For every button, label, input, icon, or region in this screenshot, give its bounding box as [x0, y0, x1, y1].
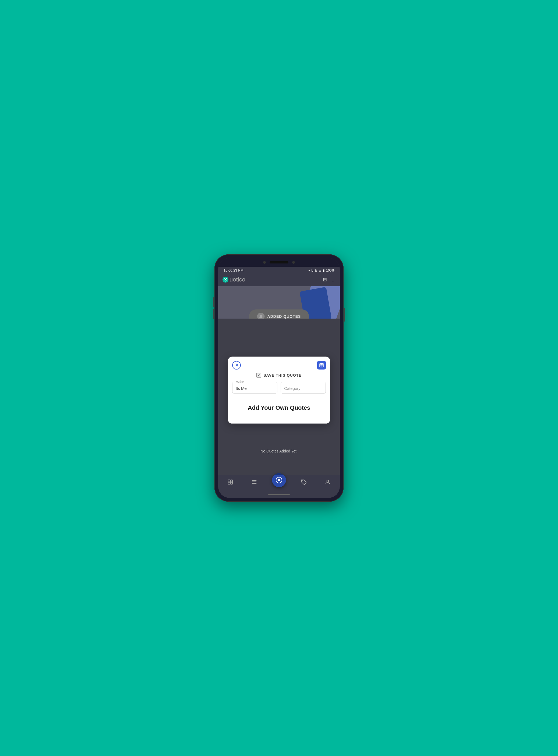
- home-center-icon: [276, 477, 282, 484]
- svg-rect-4: [321, 363, 323, 364]
- author-input[interactable]: [232, 382, 277, 393]
- battery-label: 100%: [326, 269, 334, 272]
- svg-rect-10: [231, 482, 232, 484]
- status-time: 10:00:23 PM: [224, 268, 244, 272]
- added-quotes-label: ADDED QUOTES: [268, 314, 301, 319]
- author-field-label: Author: [235, 380, 246, 383]
- save-quote-row: ✓ SAVE THIS QUOTE: [232, 373, 326, 377]
- more-options-icon[interactable]: ⋮: [331, 277, 335, 282]
- sensor: [292, 261, 295, 264]
- save-quote-label: SAVE THIS QUOTE: [263, 373, 302, 377]
- svg-point-1: [225, 279, 226, 280]
- home-indicator: [268, 494, 290, 495]
- user-icon: [257, 313, 265, 319]
- input-row: Author: [232, 382, 326, 393]
- nav-home-center[interactable]: [272, 473, 286, 487]
- status-icons: ▾ LTE ▲ ▮ 100%: [308, 269, 334, 272]
- save-disk-icon: [319, 363, 324, 368]
- nav-grid[interactable]: [224, 478, 236, 486]
- added-quotes-button[interactable]: ADDED QUOTES: [249, 309, 309, 319]
- nav-tag[interactable]: [298, 478, 310, 486]
- front-camera: [263, 261, 266, 264]
- close-icon: ✕: [235, 363, 238, 368]
- svg-rect-7: [228, 480, 230, 482]
- svg-point-16: [302, 480, 303, 481]
- svg-point-15: [278, 479, 280, 481]
- category-input[interactable]: [281, 382, 326, 393]
- grid-icon: [227, 479, 233, 485]
- bottom-nav: [218, 475, 340, 491]
- profile-icon: [325, 479, 331, 485]
- nav-profile[interactable]: [322, 478, 334, 486]
- save-checkbox[interactable]: ✓: [256, 373, 261, 377]
- phone-frame: 10:00:23 PM ▾ LTE ▲ ▮ 100% uotico: [214, 254, 344, 502]
- list-icon: [251, 479, 257, 485]
- network-label: LTE: [311, 269, 317, 272]
- svg-point-17: [327, 480, 329, 482]
- svg-rect-8: [231, 480, 232, 482]
- earpiece: [270, 261, 288, 264]
- svg-rect-12: [252, 482, 257, 482]
- svg-rect-9: [228, 482, 230, 484]
- svg-rect-11: [252, 480, 257, 481]
- nav-list[interactable]: [248, 478, 260, 486]
- svg-rect-13: [252, 483, 257, 484]
- app-header: uotico ⊞ ⋮: [218, 274, 340, 286]
- phone-notch: [218, 258, 340, 267]
- header-actions: ⊞ ⋮: [323, 277, 335, 282]
- add-note-icon[interactable]: ⊞: [323, 277, 327, 282]
- volume-buttons: [213, 297, 214, 319]
- dialog-header: ✕: [232, 361, 326, 370]
- author-field-wrap: Author: [232, 382, 277, 393]
- signal-icon: ▲: [318, 269, 322, 272]
- save-button[interactable]: [317, 361, 326, 370]
- empty-state-text: No Quotes Added Yet.: [218, 449, 340, 453]
- power-button: [344, 308, 345, 322]
- wifi-icon: ▾: [308, 269, 310, 272]
- app-name: uotico: [229, 276, 245, 283]
- logo-icon: [223, 277, 228, 282]
- background-area: ADDED QUOTES: [218, 286, 340, 319]
- svg-point-2: [260, 315, 262, 317]
- user-avatar-icon: [259, 314, 263, 319]
- logo-svg: [224, 278, 227, 281]
- tag-icon: [301, 479, 307, 485]
- close-button[interactable]: ✕: [232, 361, 241, 370]
- status-bar: 10:00:23 PM ▾ LTE ▲ ▮ 100%: [218, 267, 340, 274]
- category-field-wrap: [281, 382, 326, 393]
- main-content: ✕ ✓ SAVE THIS QUOTE: [218, 319, 340, 475]
- add-quotes-text: Add Your Own Quotes: [232, 399, 326, 419]
- app-logo: uotico: [223, 276, 245, 283]
- svg-rect-6: [321, 366, 322, 367]
- save-quote-dialog: ✕ ✓ SAVE THIS QUOTE: [228, 356, 330, 424]
- phone-bottom-bar: [218, 491, 340, 498]
- battery-icon: ▮: [323, 269, 325, 272]
- phone-screen: 10:00:23 PM ▾ LTE ▲ ▮ 100% uotico: [218, 258, 340, 498]
